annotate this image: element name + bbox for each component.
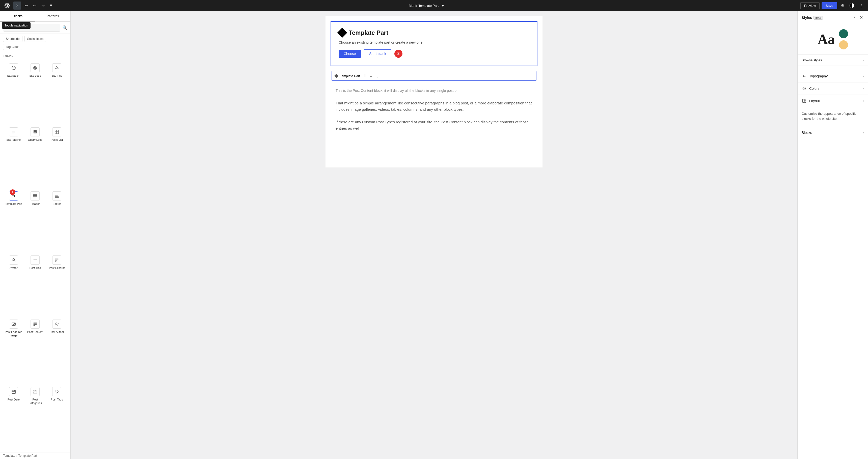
block-label-site-tagline: Site Tagline [6,138,21,141]
blocks-link[interactable]: Blocks › [798,127,868,138]
block-icon-post-date [9,387,18,396]
svg-rect-41 [33,390,35,391]
preview-button[interactable]: Preview [800,2,819,9]
block-item-footer[interactable]: Footer [46,188,67,252]
block-item-header[interactable]: Header [25,188,46,252]
block-item-site-tagline[interactable]: Site Tagline [3,124,24,188]
tp-bar-controls: ⠿ ⌄ ⋮ [363,73,380,78]
blocks-link-label: Blocks [802,131,812,135]
filter-social-icons[interactable]: Social Icons [25,36,46,42]
block-label-post-categories: Post Categories [26,398,45,405]
layout-item[interactable]: Layout › [798,95,868,107]
block-item-avatar[interactable]: Avatar [3,253,24,316]
block-icon-header [31,191,40,200]
svg-rect-10 [57,130,59,132]
tp-bar-diamond-icon [334,74,339,78]
block-icon-site-title [52,63,61,72]
rp-title: Styles [802,15,812,20]
typography-label: Typography [809,74,828,78]
block-icon-posts-list [52,127,61,136]
rp-header: Styles Beta ⋮ ✕ [798,11,868,24]
tp-bar-drag-button[interactable]: ⠿ [363,73,368,78]
style-circles [839,29,848,50]
svg-rect-9 [55,130,57,132]
blocks-grid: Navigation Site Logo Site Title [0,59,70,452]
tp-dialog-header: Template Part [339,29,529,36]
save-button[interactable]: Save [822,2,837,9]
svg-rect-11 [55,132,57,134]
rp-dots-button[interactable]: ⋮ [851,14,858,21]
block-icon-avatar [9,256,18,265]
colors-item[interactable]: Colors › [798,83,868,95]
tp-bar: Template Part ⠿ ⌄ ⋮ [332,71,536,81]
style-circle-dark [839,29,848,38]
block-item-site-title[interactable]: Site Title [46,60,67,124]
rp-badge: Beta [813,15,823,20]
block-item-query-loop[interactable]: Query Loop [25,124,46,188]
badge-2: 2 [394,50,402,58]
svg-rect-50 [804,101,806,103]
typography-item[interactable]: Aa Typography › [798,70,868,83]
svg-rect-37 [12,390,16,393]
choose-button[interactable]: Choose [339,50,361,58]
more-options-button[interactable]: ⋮ [858,2,865,9]
block-item-post-content[interactable]: Post Content [25,317,46,384]
block-item-navigation[interactable]: Navigation [3,60,24,124]
toggle-navigation-tooltip: Toggle navigation [2,22,31,29]
typography-icon: Aa [802,74,807,79]
breadcrumb-template[interactable]: Template [3,454,16,458]
typography-chevron: › [863,74,864,78]
block-item-posts-list[interactable]: Posts List [46,124,67,188]
block-label-post-content: Post Content [27,330,43,334]
breadcrumb-sep: › [17,454,18,458]
block-label-site-title: Site Title [52,74,62,77]
block-item-post-excerpt[interactable]: Post Excerpt [46,253,67,316]
block-item-site-logo[interactable]: Site Logo [25,60,46,124]
block-icon-post-categories [31,387,40,396]
tp-dialog-actions: Choose Start blank 2 [339,50,529,58]
tp-diamond-icon [337,28,347,38]
block-item-post-author[interactable]: Post Author [46,317,67,384]
redo-button[interactable]: ↪ [40,2,46,9]
contrast-button[interactable] [848,1,856,9]
layout-icon [802,98,807,103]
block-label-template-part: Template Part [5,202,22,205]
pencil-button[interactable]: ✏ [23,2,30,9]
content-faded: This is the Post Content block, it will … [336,88,532,94]
filter-tags: Shortcode Social Icons Tag Cloud [0,34,70,52]
block-label-footer: Footer [53,202,61,205]
block-item-template-part[interactable]: 1 Template Part [3,188,24,252]
tp-bar-arrow-button[interactable]: ⌄ [369,73,374,78]
block-icon-navigation [9,63,18,72]
svg-rect-12 [57,132,59,134]
wp-logo [3,1,11,9]
template-part-dialog: Template Part Choose an existing templat… [331,21,537,66]
browse-styles-item[interactable]: Browse styles › [798,55,868,66]
list-view-button[interactable]: ≡ [48,2,54,9]
block-item-post-date[interactable]: Post Date [3,384,24,451]
tab-patterns[interactable]: Patterns [35,11,71,22]
block-icon-site-logo [31,63,40,72]
style-aa-text: Aa [817,31,835,47]
topbar-dropdown-button[interactable]: ▾ [440,2,445,9]
tab-blocks[interactable]: Blocks [0,11,35,22]
block-label-header: Header [31,202,40,205]
svg-point-47 [804,88,805,89]
breadcrumb: Template › Template Part [0,452,70,459]
block-item-post-featured-image[interactable]: Post Featured Image [3,317,24,384]
tp-bar-dots-button[interactable]: ⋮ [375,73,380,78]
rp-close-button[interactable]: ✕ [859,14,864,21]
settings-button[interactable]: ⚙ [839,2,846,9]
block-item-post-title[interactable]: Post Title [25,253,46,316]
search-icon-button[interactable]: 🔍 [62,25,67,30]
block-item-post-tags[interactable]: Post Tags [46,384,67,451]
block-icon-post-title [31,256,40,265]
start-blank-button[interactable]: Start blank [364,50,391,58]
content-area: This is the Post Content block, it will … [326,83,542,148]
filter-tag-cloud[interactable]: Tag Cloud [3,44,22,50]
filter-shortcode[interactable]: Shortcode [3,36,23,42]
close-button[interactable]: ✕ [13,1,21,9]
undo-button[interactable]: ↩ [32,2,38,9]
block-item-post-categories[interactable]: Post Categories [25,384,46,451]
svg-point-44 [56,391,57,391]
